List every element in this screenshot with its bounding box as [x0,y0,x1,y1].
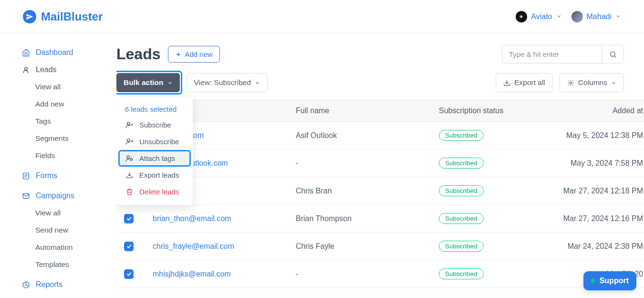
col-header-fullname[interactable]: Full name [296,106,439,115]
col-header-added[interactable]: Added at [551,106,644,115]
download-icon [125,171,134,179]
sidebar-label: Add new [35,100,64,108]
columns-label: Columns [578,78,607,87]
svg-point-13 [127,122,130,125]
row-checkbox[interactable] [124,242,134,251]
lead-email-link[interactable]: mhisjhdjks@email.com [153,270,231,278]
lead-added-at: May 5, 2024 12:38 PM [551,131,644,140]
svg-point-21 [570,82,571,84]
svg-line-12 [614,56,616,57]
user-tag-icon [125,154,134,162]
leads-table: ess Full name Subscription status Added … [116,100,644,288]
sidebar-item-campaigns-sendnew[interactable]: Send new [22,223,107,238]
svg-point-18 [130,159,132,160]
sidebar-label: View all [35,83,61,91]
row-checkbox[interactable] [124,269,134,279]
col-header-status[interactable]: Subscription status [439,106,551,115]
dropdown-selected-count: 6 leads selected [116,102,193,117]
svg-point-11 [610,52,614,56]
sidebar-label: Campaigns [36,192,74,200]
sidebar-label: Forms [36,171,57,180]
lead-fullname: Brian Thompson [296,214,439,223]
sidebar-item-leads[interactable]: Leads [22,62,107,77]
chevron-down-icon [167,80,173,85]
download-icon [503,79,510,86]
add-new-button[interactable]: Add new [168,46,219,63]
lead-email-link[interactable]: brian_thon@email.com [153,214,231,223]
user-avatar-icon [571,11,583,22]
sidebar-item-leads-addnew[interactable]: Add new [22,96,107,112]
bulk-action-dropdown: 6 leads selected Subscribe Unsubscribe A… [116,97,193,205]
sidebar-item-leads-tags[interactable]: Tags [22,114,107,129]
sidebar-item-leads-fields[interactable]: Fields [22,148,107,163]
bulk-action-button[interactable]: Bulk action [116,73,180,92]
columns-button[interactable]: Columns [560,73,624,92]
export-all-label: Export all [514,78,545,87]
support-label: Support [600,277,629,285]
sidebar-label: Fields [35,151,55,160]
sidebar-item-reports[interactable]: Reports [22,277,107,292]
sidebar-item-campaigns[interactable]: Campaigns [22,188,107,203]
sidebar-item-leads-segments[interactable]: Segments [22,131,107,146]
row-checkbox[interactable] [124,214,134,224]
support-button[interactable]: Support [583,271,636,290]
sidebar-item-campaigns-automation[interactable]: Automation [22,240,107,255]
paper-plane-icon [23,10,36,23]
sidebar-label: Leads [36,65,57,74]
sidebar-label: Send new [35,226,68,234]
sidebar-item-billing[interactable]: Billing [22,294,107,298]
sidebar-label: Tags [35,117,51,126]
dropdown-item-unsubscribe[interactable]: Unsubscribe [116,133,193,150]
table-row: t@outlook.com Asif Outlook Subscribed Ma… [116,122,644,149]
svg-point-0 [25,67,28,70]
status-badge: Subscribed [439,130,484,141]
status-dot-icon [591,279,595,283]
lead-added-at: Mar 27, 2024 12:18 PM [551,187,644,195]
dropdown-label: Export leads [139,171,179,179]
brand-logo[interactable]: MailBluster [23,10,103,23]
export-all-button[interactable]: Export all [496,73,553,92]
lead-added-at: Mar 24, 2024 2:38 PM [551,242,644,251]
dropdown-item-attach-tags[interactable]: Attach tags [116,150,193,167]
svg-point-17 [126,156,129,159]
lead-fullname: - [296,159,439,168]
lead-fullname: Chris Fayle [296,242,439,251]
chevron-down-icon [255,80,260,85]
org-switcher[interactable]: ✈ Aviato [516,11,561,22]
search-input[interactable] [502,45,602,64]
sidebar-item-campaigns-templates[interactable]: Templates [22,257,107,272]
search-button[interactable] [602,45,624,64]
view-filter-label: View: Subscribed [194,78,251,87]
dropdown-item-delete-leads[interactable]: Delete leads [116,183,193,200]
sidebar-item-dashboard[interactable]: Dashboard [22,45,107,60]
gear-icon [567,79,574,86]
status-badge: Subscribed [439,213,484,224]
main-content: Leads Add new Bulk action [116,33,644,298]
header-right: ✈ Aviato Mahadi [516,11,621,22]
brand-name: MailBluster [41,10,103,23]
dropdown-label: Unsubscribe [139,138,179,146]
dropdown-item-export-leads[interactable]: Export leads [116,167,193,183]
chevron-down-icon [556,12,562,21]
sidebar-item-leads-viewall[interactable]: View all [22,79,107,95]
sidebar-item-forms[interactable]: Forms [22,168,107,183]
sidebar-label: Segments [35,134,69,143]
sidebar-label: Templates [35,260,69,269]
add-new-label: Add new [185,50,212,58]
check-icon [126,271,132,277]
user-x-icon [125,138,134,146]
lead-fullname: - [296,270,439,278]
lead-email-link[interactable]: chris_frayle@email.com [153,242,234,250]
table-row: was565@outlook.com - Subscribed May 3, 2… [116,149,644,177]
sidebar-item-campaigns-viewall[interactable]: View all [22,205,107,221]
form-icon [22,172,30,180]
plus-icon [175,51,182,58]
dropdown-label: Attach tags [139,154,175,162]
dropdown-item-subscribe[interactable]: Subscribe [116,117,193,133]
user-menu[interactable]: Mahadi [571,11,621,22]
view-filter-button[interactable]: View: Subscribed [187,73,268,92]
user-icon [22,66,30,74]
page-title: Leads [116,45,160,63]
sidebar-label: Dashboard [36,48,73,57]
dropdown-label: Subscribe [139,121,171,129]
